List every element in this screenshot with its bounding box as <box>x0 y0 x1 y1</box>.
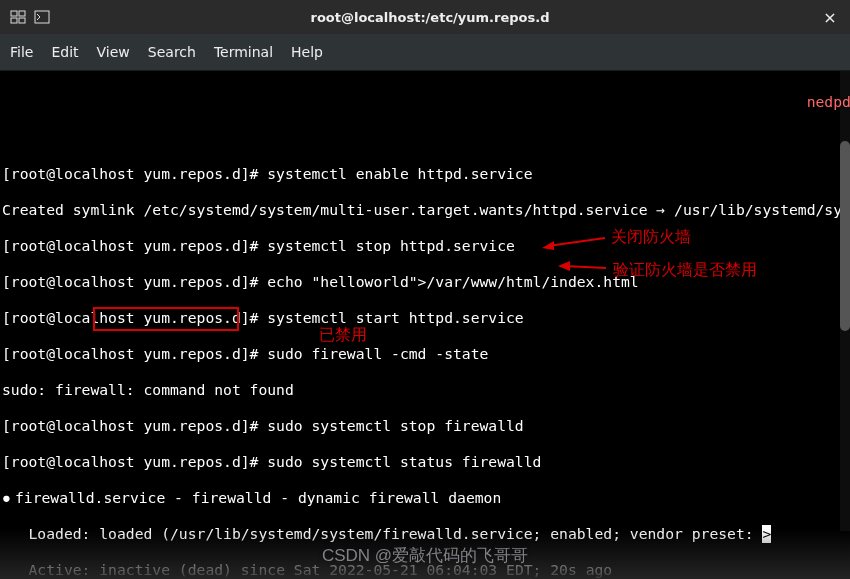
active-suffix: since Sat 2022-05-21 06:04:03 EDT; 20s a… <box>232 561 612 578</box>
output-symlink: Created symlink /etc/systemd/system/mult… <box>2 201 848 219</box>
shell-prompt: [root@localhost yum.repos.d]# <box>2 237 267 254</box>
window-system-icons <box>0 9 50 25</box>
window-close-button[interactable]: × <box>810 8 850 27</box>
shell-prompt: [root@localhost yum.repos.d]# <box>2 309 267 326</box>
command-stop-firewalld: sudo systemctl stop firewalld <box>267 417 523 434</box>
command-stop-httpd: systemctl stop httpd.service <box>267 237 515 254</box>
shell-prompt: [root@localhost yum.repos.d]# <box>2 453 267 470</box>
svg-rect-0 <box>11 11 17 16</box>
more-indicator-icon: > <box>762 525 771 543</box>
shell-prompt: [root@localhost yum.repos.d]# <box>2 165 267 182</box>
menu-terminal[interactable]: Terminal <box>214 44 273 60</box>
activities-icon <box>10 9 26 25</box>
active-status: inactive (dead) <box>99 561 232 578</box>
shell-prompt: [root@localhost yum.repos.d]# <box>2 417 267 434</box>
active-prefix: Active: <box>2 561 99 578</box>
window-titlebar: root@localhost:/etc/yum.repos.d × <box>0 0 850 34</box>
window-title: root@localhost:/etc/yum.repos.d <box>50 10 810 25</box>
fragment-line: nedpd <box>2 93 850 110</box>
menu-file[interactable]: File <box>10 44 33 60</box>
svg-rect-3 <box>19 18 25 23</box>
menu-view[interactable]: View <box>97 44 130 60</box>
loaded-line: Loaded: loaded (/usr/lib/systemd/system/… <box>2 525 762 542</box>
command-echo: echo "helloworld">/var/www/html/index.ht… <box>267 273 638 290</box>
menu-bar: File Edit View Search Terminal Help <box>0 34 850 71</box>
shell-prompt: [root@localhost yum.repos.d]# <box>2 345 267 362</box>
menu-help[interactable]: Help <box>291 44 323 60</box>
terminal-icon <box>34 9 50 25</box>
shell-prompt: [root@localhost yum.repos.d]# <box>2 273 267 290</box>
service-header: firewalld.service - firewalld - dynamic … <box>15 489 501 506</box>
svg-rect-2 <box>11 18 17 23</box>
command-enable-httpd: systemctl enable httpd.service <box>267 165 532 182</box>
command-status-firewalld: sudo systemctl status firewalld <box>267 453 541 470</box>
output-not-found: sudo: firewall: command not found <box>2 381 848 399</box>
scrollbar-thumb[interactable] <box>840 141 850 331</box>
svg-rect-1 <box>19 11 25 16</box>
terminal-scrollbar[interactable] <box>840 71 850 531</box>
command-start-httpd: systemctl start httpd.service <box>267 309 523 326</box>
svg-rect-4 <box>35 11 49 23</box>
menu-search[interactable]: Search <box>148 44 196 60</box>
command-firewall-cmd: sudo firewall -cmd -state <box>267 345 488 362</box>
menu-edit[interactable]: Edit <box>51 44 78 60</box>
terminal-output[interactable]: nedpd [root@localhost yum.repos.d]# syst… <box>0 71 850 579</box>
status-dot-icon: ● <box>2 490 15 506</box>
